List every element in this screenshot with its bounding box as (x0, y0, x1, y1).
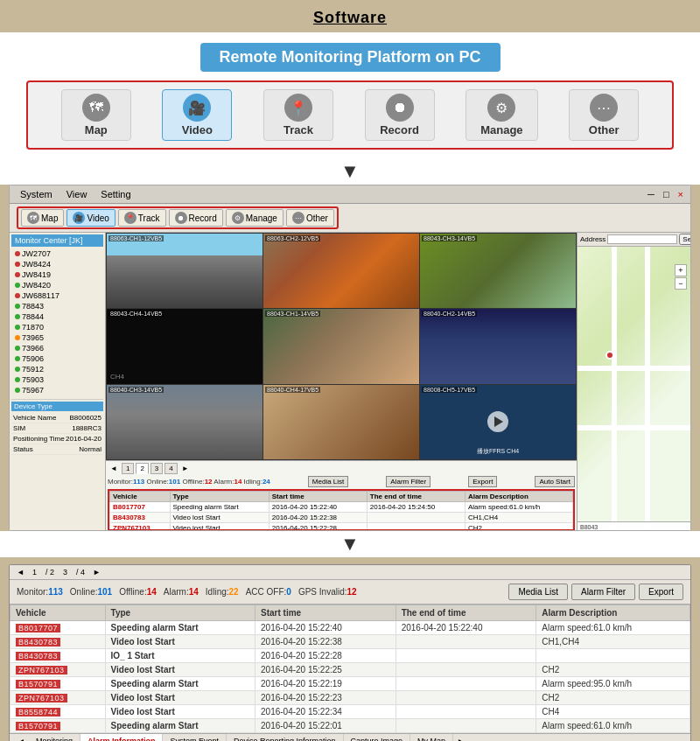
table-row[interactable]: B8430783 Video lost Start 2016-04-20 15:… (10, 635, 690, 649)
toolbar-btn-map[interactable]: 🗺 Map (61, 89, 131, 141)
bottom-tabs: ◄ Monitoring Alarm Information System Ev… (10, 733, 690, 741)
list-item[interactable]: JW688117 (11, 290, 103, 301)
menu-setting[interactable]: Setting (94, 187, 137, 201)
end-cell (396, 663, 536, 677)
list-item[interactable]: 73966 (11, 343, 103, 353)
toolbar-btn-record[interactable]: ⏺ Record (365, 89, 435, 141)
table-row[interactable]: B8017707 Speeding alarm Start 2016-04-20… (110, 502, 573, 513)
list-item[interactable]: 75906 (11, 353, 103, 364)
vehicle-id: JW688117 (22, 291, 60, 300)
map-panel[interactable]: + − B8043 Time:2016-04-20 15:25:28 Speed… (578, 247, 690, 530)
desc-cell: CH2 (536, 691, 690, 705)
app-nav-manage[interactable]: ⚙ Manage (226, 209, 284, 227)
bottom-nav-arrow-right[interactable]: ► (91, 568, 102, 577)
alarm-tab-1[interactable]: 1 (122, 463, 134, 474)
vehicle-cell-inner: B8017707 (16, 624, 100, 633)
map-zoom-out-btn[interactable]: − (675, 277, 687, 290)
list-item[interactable]: JW8419 (11, 269, 103, 280)
video-cell-6[interactable]: 88040-CH2-14VB5 (420, 309, 576, 383)
app-nav-record[interactable]: ⏺ Record (169, 209, 223, 227)
video-cell-3[interactable]: 88043-CH3-14VB5 (420, 234, 576, 308)
arrow-section: ▼ (0, 158, 700, 185)
table-row[interactable]: B1570791 Speeding alarm Start 2016-04-20… (10, 719, 690, 733)
table-row[interactable]: ZPN767103 Video lost Start 2016-04-20 15… (110, 523, 573, 531)
video-cell-4[interactable]: CH4 88043-CH4-14VB5 (107, 309, 262, 383)
video-scene-bus5 (263, 385, 419, 459)
video-cell-5[interactable]: 88043-CH1-14VB5 (263, 309, 419, 383)
minimize-btn[interactable]: ─ (644, 189, 658, 199)
export-button[interactable]: Export (639, 584, 683, 600)
video-cell-9[interactable]: 88008-CH5-17VB5 播放FFRS CH4 (420, 385, 576, 459)
toolbar-btn-video[interactable]: 🎥 Video (162, 89, 232, 141)
bottom-tabs-arrow-left[interactable]: ◄ (13, 735, 29, 742)
app-nav-video[interactable]: 🎥 Video (66, 209, 115, 227)
table-row[interactable]: B1570791 Speeding alarm Start 2016-04-20… (10, 677, 690, 691)
close-btn[interactable]: × (675, 189, 687, 199)
app-nav-map[interactable]: 🗺 Map (21, 209, 64, 227)
address-search-input[interactable] (607, 234, 677, 244)
table-row[interactable]: ZPN767103 Video lost Start 2016-04-20 15… (10, 663, 690, 677)
list-item[interactable]: JW2707 (11, 248, 103, 259)
bottom-nav-arrow-left[interactable]: ◄ (15, 568, 26, 577)
alarm-filter-btn[interactable]: Alarm Filter (386, 476, 430, 487)
table-row[interactable]: B8430783 IO_ 1 Start 2016-04-20 15:22:28 (10, 649, 690, 663)
desc-cell: CH1,CH4 (536, 635, 690, 649)
video-cell-7[interactable]: 88040-CH3-14VB5 (107, 385, 262, 459)
table-row[interactable]: B8558744 Video lost Start 2016-04-20 15:… (10, 705, 690, 719)
alarm-col-end: The end of time (367, 492, 465, 502)
table-row[interactable]: B8017707 Speeding alarm Start 2016-04-20… (10, 621, 690, 635)
status-dot-red (15, 251, 20, 256)
bottom-tab-alarm[interactable]: Alarm Information (80, 734, 164, 741)
menu-system[interactable]: System (13, 187, 60, 201)
alarm-tab-2[interactable]: 2 (136, 463, 148, 474)
end-cell (396, 691, 536, 705)
list-item[interactable]: 75912 (11, 364, 103, 374)
app-nav-toolbar-border: 🗺 Map 🎥 Video 📍 Track ⏺ Record ⚙ Manage … (17, 206, 339, 229)
toolbar-btn-track[interactable]: 📍 Track (263, 89, 333, 141)
alarm-nav-arrow-left[interactable]: ◄ (108, 465, 120, 472)
bottom-tabs-arrow-right[interactable]: ► (453, 735, 469, 742)
media-list-btn[interactable]: Media List (308, 476, 348, 487)
alarm-tab-3[interactable]: 3 (150, 463, 163, 474)
bottom-tab-monitoring[interactable]: Monitoring (29, 734, 80, 741)
list-item[interactable]: JW8424 (11, 259, 103, 269)
menu-view[interactable]: View (60, 187, 94, 201)
bottom-tab-mymap[interactable]: My Map (410, 734, 453, 741)
app-nav-other[interactable]: ⋯ Other (286, 209, 334, 227)
vehicle-id: JW8419 (22, 270, 51, 279)
export-btn[interactable]: Export (468, 476, 497, 487)
table-row[interactable]: ZPN767103 Video lost Start 2016-04-20 15… (10, 691, 690, 705)
bottom-tab-system[interactable]: System Event (163, 734, 227, 741)
maximize-btn[interactable]: □ (660, 189, 673, 199)
video-cell-8[interactable]: 88040-CH4-17VB5 (263, 385, 419, 459)
alarm-nav-arrow-right[interactable]: ► (179, 465, 192, 472)
toolbar-btn-other[interactable]: ⋯ Other (569, 89, 639, 141)
list-item[interactable]: 71870 (11, 322, 103, 332)
video-cell-1[interactable]: 88063-CH1-12VB5 (107, 234, 262, 308)
toolbar-btn-manage[interactable]: ⚙ Manage (466, 89, 537, 141)
play-overlay[interactable] (487, 411, 508, 432)
desc-cell: CH2 (536, 663, 690, 677)
bottom-tab-device[interactable]: Device Reporting Information (227, 734, 344, 741)
auto-start-btn[interactable]: Auto Start (535, 476, 575, 487)
vehicle-cell: ZPN767103 (10, 691, 106, 705)
map-vehicle-id: B8043 (580, 524, 688, 530)
map-controls: + − (675, 264, 687, 290)
table-row[interactable]: B8430783 Video lost Start 2016-04-20 15:… (110, 513, 573, 523)
desc-cell: Alarm speed:61.0 km/h (465, 502, 572, 513)
app-nav-track[interactable]: 📍 Track (118, 209, 166, 227)
list-item[interactable]: 75967 (11, 385, 103, 395)
list-item[interactable]: 75903 (11, 374, 103, 385)
bottom-tab-capture[interactable]: Capture Image (344, 734, 411, 741)
status-dot-red (15, 262, 20, 267)
map-zoom-in-btn[interactable]: + (675, 264, 687, 276)
alarm-tab-4[interactable]: 4 (164, 463, 177, 474)
alarm-filter-button[interactable]: Alarm Filter (571, 584, 635, 600)
address-search-btn[interactable]: Search (679, 234, 690, 245)
list-item[interactable]: 78843 (11, 301, 103, 311)
video-cell-2[interactable]: 88063-CH2-12VB5 (263, 234, 419, 308)
list-item[interactable]: 78844 (11, 311, 103, 322)
media-list-button[interactable]: Media List (508, 584, 568, 600)
list-item[interactable]: 73965 (11, 332, 103, 343)
list-item[interactable]: JW8420 (11, 280, 103, 290)
